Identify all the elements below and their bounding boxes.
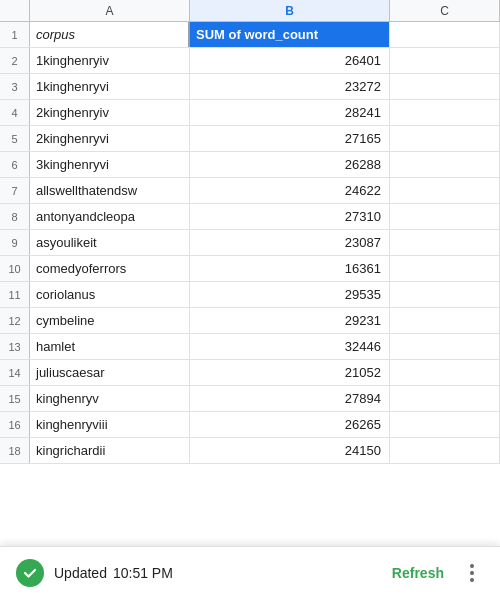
row-num: 5 [0, 126, 30, 151]
cell-corpus[interactable]: allswellthatendsw [30, 178, 190, 203]
cell-corpus[interactable]: cymbeline [30, 308, 190, 333]
table-row: 11coriolanus29535 [0, 282, 500, 308]
cell-c[interactable] [390, 230, 500, 255]
table-header-row: 1 corpus SUM of word_count [0, 22, 500, 48]
cell-word-count[interactable]: 27894 [190, 386, 390, 411]
row-num: 6 [0, 152, 30, 177]
cell-corpus[interactable]: kinghenryviii [30, 412, 190, 437]
table-row: 42kinghenryiv28241 [0, 100, 500, 126]
cell-corpus[interactable]: 2kinghenryiv [30, 100, 190, 125]
table-row: 21kinghenryiv26401 [0, 48, 500, 74]
row-num: 12 [0, 308, 30, 333]
cell-c[interactable] [390, 152, 500, 177]
row-num: 14 [0, 360, 30, 385]
header-cell-a: corpus [30, 22, 190, 47]
table-row: 52kinghenryvi27165 [0, 126, 500, 152]
cell-c[interactable] [390, 438, 500, 463]
row-num: 10 [0, 256, 30, 281]
row-num: 3 [0, 74, 30, 99]
row-num: 4 [0, 100, 30, 125]
cell-c[interactable] [390, 386, 500, 411]
cell-c[interactable] [390, 204, 500, 229]
cell-word-count[interactable]: 23272 [190, 74, 390, 99]
row-num: 15 [0, 386, 30, 411]
cell-word-count[interactable]: 23087 [190, 230, 390, 255]
cell-corpus[interactable]: kingrichardii [30, 438, 190, 463]
table-row: 63kinghenryvi26288 [0, 152, 500, 178]
cell-word-count[interactable]: 32446 [190, 334, 390, 359]
table-row: 10comedyoferrors16361 [0, 256, 500, 282]
table-row: 15kinghenryv27894 [0, 386, 500, 412]
cell-word-count[interactable]: 29231 [190, 308, 390, 333]
check-icon [16, 559, 44, 587]
table-row: 31kinghenryvi23272 [0, 74, 500, 100]
cell-c[interactable] [390, 412, 500, 437]
data-rows: 21kinghenryiv2640131kinghenryvi2327242ki… [0, 48, 500, 464]
cell-corpus[interactable]: antonyandcleopa [30, 204, 190, 229]
refresh-button[interactable]: Refresh [392, 565, 444, 581]
cell-word-count[interactable]: 24622 [190, 178, 390, 203]
row-num: 8 [0, 204, 30, 229]
col-c-header: C [390, 0, 500, 21]
cell-c[interactable] [390, 360, 500, 385]
cell-c[interactable] [390, 256, 500, 281]
cell-word-count[interactable]: 27165 [190, 126, 390, 151]
cell-corpus[interactable]: kinghenryv [30, 386, 190, 411]
column-header-row: A B C [0, 0, 500, 22]
cell-corpus[interactable]: coriolanus [30, 282, 190, 307]
table-row: 12cymbeline29231 [0, 308, 500, 334]
table-row: 8antonyandcleopa27310 [0, 204, 500, 230]
cell-corpus[interactable]: 3kinghenryvi [30, 152, 190, 177]
cell-word-count[interactable]: 26401 [190, 48, 390, 73]
cell-corpus[interactable]: hamlet [30, 334, 190, 359]
more-dot-1 [470, 564, 474, 568]
more-dot-3 [470, 578, 474, 582]
cell-c[interactable] [390, 334, 500, 359]
status-bar: Updated 10:51 PM Refresh [0, 546, 500, 598]
cell-word-count[interactable]: 26288 [190, 152, 390, 177]
cell-word-count[interactable]: 27310 [190, 204, 390, 229]
cell-word-count[interactable]: 29535 [190, 282, 390, 307]
cell-c[interactable] [390, 308, 500, 333]
cell-c[interactable] [390, 126, 500, 151]
more-options-button[interactable] [460, 561, 484, 585]
row-num: 13 [0, 334, 30, 359]
row-num: 9 [0, 230, 30, 255]
col-b-header: B [190, 0, 390, 21]
cell-c[interactable] [390, 100, 500, 125]
cell-c[interactable] [390, 282, 500, 307]
row-num: 7 [0, 178, 30, 203]
table-row: 7allswellthatendsw24622 [0, 178, 500, 204]
cell-corpus[interactable]: asyoulikeit [30, 230, 190, 255]
table-row: 9asyoulikeit23087 [0, 230, 500, 256]
cell-c[interactable] [390, 48, 500, 73]
cell-c[interactable] [390, 74, 500, 99]
row-num: 11 [0, 282, 30, 307]
row-num: 18 [0, 438, 30, 463]
status-time: 10:51 PM [113, 565, 173, 581]
row-num: 16 [0, 412, 30, 437]
cell-corpus[interactable]: 1kinghenryiv [30, 48, 190, 73]
cell-corpus[interactable]: comedyoferrors [30, 256, 190, 281]
more-dot-2 [470, 571, 474, 575]
spreadsheet: A B C 1 corpus SUM of word_count 21kingh… [0, 0, 500, 598]
cell-word-count[interactable]: 24150 [190, 438, 390, 463]
cell-corpus[interactable]: 2kinghenryvi [30, 126, 190, 151]
cell-word-count[interactable]: 28241 [190, 100, 390, 125]
cell-corpus[interactable]: juliuscaesar [30, 360, 190, 385]
cell-word-count[interactable]: 16361 [190, 256, 390, 281]
cell-c[interactable] [390, 178, 500, 203]
cell-word-count[interactable]: 26265 [190, 412, 390, 437]
header-cell-b: SUM of word_count [190, 22, 390, 47]
table-row: 18kingrichardii24150 [0, 438, 500, 464]
corner-cell [0, 0, 30, 21]
row-num: 2 [0, 48, 30, 73]
table-row: 16kinghenryviii26265 [0, 412, 500, 438]
cell-corpus[interactable]: 1kinghenryvi [30, 74, 190, 99]
status-text: Updated [54, 565, 107, 581]
table-row: 13hamlet32446 [0, 334, 500, 360]
cell-word-count[interactable]: 21052 [190, 360, 390, 385]
col-a-header: A [30, 0, 190, 21]
table-row: 14juliuscaesar21052 [0, 360, 500, 386]
row-num: 1 [0, 22, 30, 47]
